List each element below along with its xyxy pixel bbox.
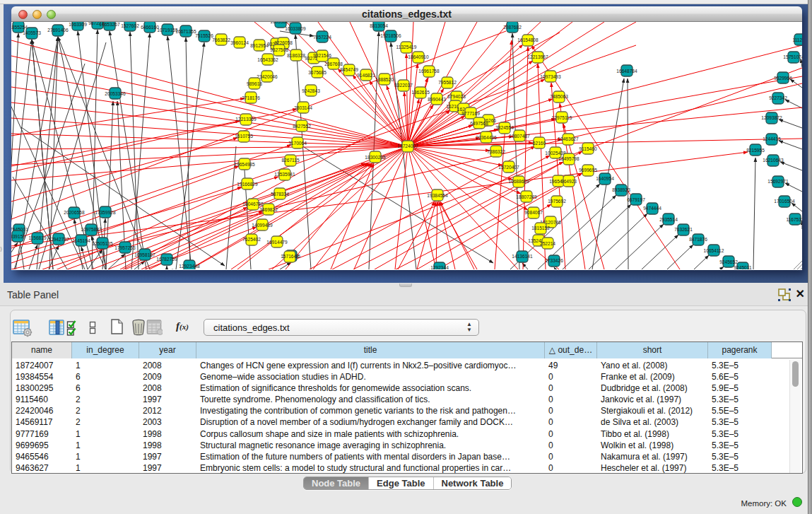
svg-text:9146821: 9146821 [357, 73, 375, 78]
svg-text:10958187: 10958187 [134, 252, 155, 257]
svg-text:964923: 964923 [561, 179, 577, 184]
svg-text:16210643: 16210643 [763, 158, 784, 163]
svg-text:8427552: 8427552 [293, 124, 311, 129]
svg-text:6794028: 6794028 [447, 94, 466, 99]
svg-text:1527602: 1527602 [121, 23, 139, 28]
svg-text:18300295: 18300295 [365, 155, 386, 160]
svg-text:17016504: 17016504 [774, 199, 795, 204]
svg-text:6497568: 6497568 [470, 121, 488, 126]
svg-text:7625402: 7625402 [242, 237, 261, 242]
svg-text:1362615: 1362615 [411, 90, 430, 95]
svg-text:19218506: 19218506 [380, 33, 401, 38]
svg-text:1156819: 1156819 [28, 235, 47, 240]
svg-text:9777169: 9777169 [461, 111, 480, 116]
svg-text:12975115: 12975115 [552, 115, 572, 120]
svg-text:3469822: 3469822 [259, 207, 278, 212]
svg-text:6466160: 6466160 [141, 25, 159, 30]
svg-text:16046788: 16046788 [242, 201, 264, 206]
svg-text:1388520: 1388520 [375, 77, 394, 82]
svg-text:8471876: 8471876 [689, 237, 707, 242]
svg-text:1405573: 1405573 [23, 30, 41, 35]
svg-text:9474444: 9474444 [643, 206, 661, 211]
svg-text:10654112: 10654112 [704, 248, 724, 253]
svg-text:10807487: 10807487 [509, 134, 530, 139]
svg-text:1167533: 1167533 [786, 217, 802, 222]
svg-text:9227342: 9227342 [769, 95, 787, 100]
svg-text:16033809: 16033809 [285, 26, 306, 31]
svg-text:10973493: 10973493 [540, 74, 561, 79]
svg-text:1975692: 1975692 [548, 199, 566, 204]
svg-text:3824554: 3824554 [495, 125, 514, 130]
svg-text:27691406: 27691406 [47, 28, 69, 33]
svg-text:20206558: 20206558 [64, 210, 85, 215]
svg-text:1733426: 1733426 [545, 258, 563, 263]
svg-text:16543362: 16543362 [257, 57, 278, 62]
svg-text:16033809: 16033809 [270, 22, 291, 24]
svg-text:939159: 939159 [11, 234, 25, 239]
svg-text:1855254: 1855254 [11, 25, 28, 30]
svg-text:10653267: 10653267 [99, 22, 120, 27]
svg-text:12213967: 12213967 [527, 54, 548, 59]
svg-text:1815152: 1815152 [531, 226, 550, 230]
svg-text:8454749: 8454749 [340, 67, 358, 72]
svg-text:7857224: 7857224 [313, 35, 331, 40]
svg-text:9242843: 9242843 [302, 88, 320, 93]
svg-text:16648784: 16648784 [616, 69, 637, 74]
svg-text:1145194: 1145194 [72, 238, 90, 243]
svg-text:1292344: 1292344 [430, 265, 449, 269]
svg-text:8990443: 8990443 [428, 97, 446, 102]
svg-text:8938923: 8938923 [612, 187, 630, 192]
svg-text:1244415: 1244415 [763, 136, 781, 141]
svg-text:9699695: 9699695 [579, 168, 597, 173]
svg-text:15692971: 15692971 [767, 179, 789, 184]
svg-text:13535941: 13535941 [274, 172, 295, 177]
svg-text:16154808: 16154808 [517, 37, 539, 42]
svg-text:9084067: 9084067 [524, 210, 543, 215]
svg-text:2087682: 2087682 [503, 25, 522, 30]
svg-text:111263: 111263 [792, 37, 802, 42]
svg-text:18724007: 18724007 [397, 144, 418, 148]
svg-text:20053346: 20053346 [105, 91, 126, 96]
svg-text:18807249: 18807249 [516, 194, 537, 199]
svg-text:3170064: 3170064 [288, 141, 307, 146]
svg-text:7663822: 7663822 [212, 37, 230, 42]
svg-text:11325419: 11325419 [396, 45, 417, 49]
svg-text:20364436: 20364436 [476, 135, 497, 140]
svg-text:3675685: 3675685 [308, 70, 326, 75]
svg-text:6679197: 6679197 [627, 197, 645, 202]
svg-text:9115460: 9115460 [579, 146, 597, 151]
svg-text:9327508: 9327508 [270, 47, 288, 52]
svg-text:12213369: 12213369 [235, 117, 257, 122]
svg-text:10463627: 10463627 [558, 136, 579, 141]
svg-text:2803144: 2803144 [294, 105, 312, 110]
svg-text:7386322: 7386322 [487, 149, 505, 154]
svg-text:15720407: 15720407 [498, 165, 519, 170]
svg-text:8186328: 8186328 [287, 53, 305, 58]
svg-text:17359928: 17359928 [95, 210, 116, 215]
svg-text:14136141: 14136141 [512, 254, 533, 259]
svg-text:10688609: 10688609 [508, 179, 529, 184]
svg-text:10025438: 10025438 [545, 151, 566, 156]
svg-text:62160: 62160 [533, 141, 546, 146]
svg-text:1610755: 1610755 [235, 134, 253, 139]
svg-text:8322037: 8322037 [394, 83, 413, 88]
svg-text:19166829: 19166829 [237, 182, 258, 187]
svg-text:8267115: 8267115 [281, 158, 300, 163]
svg-text:7515526: 7515526 [195, 33, 213, 38]
svg-text:12093872: 12093872 [761, 115, 782, 120]
svg-text:12942737: 12942737 [48, 237, 69, 242]
svg-text:8912954: 8912954 [250, 43, 269, 48]
svg-text:18640910: 18640910 [408, 54, 429, 59]
svg-text:16914479: 16914479 [266, 240, 288, 245]
svg-text:14099489: 14099489 [252, 223, 273, 228]
svg-text:2367608: 2367608 [324, 62, 343, 66]
svg-text:17957253: 17957253 [114, 245, 136, 250]
svg-text:12505135: 12505135 [92, 241, 113, 246]
svg-text:989618: 989618 [247, 81, 262, 86]
svg-text:16782759: 16782759 [156, 257, 177, 262]
svg-text:15751074: 15751074 [783, 54, 802, 59]
svg-text:2935514: 2935514 [659, 217, 678, 222]
svg-text:7632621: 7632621 [674, 227, 693, 232]
svg-text:9329966: 9329966 [774, 76, 792, 81]
svg-text:19384554: 19384554 [427, 193, 448, 198]
